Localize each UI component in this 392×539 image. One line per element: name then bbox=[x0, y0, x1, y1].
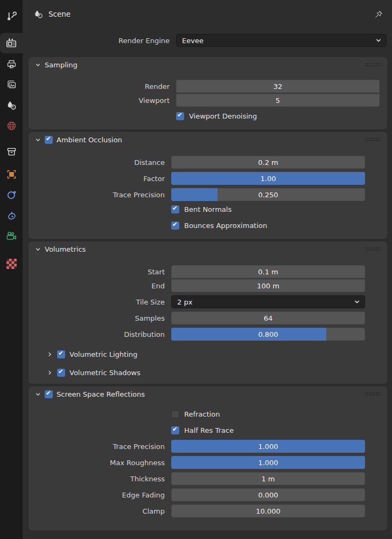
property-row: Samples 64 bbox=[29, 312, 387, 324]
panel-header-volumetrics[interactable]: Volumetrics bbox=[29, 241, 387, 257]
bounces-approximation-checkbox[interactable] bbox=[171, 222, 179, 230]
property-row: Distribution 0.800 bbox=[29, 328, 387, 341]
sidebar-item-texture-properties[interactable] bbox=[0, 253, 23, 274]
bent-normals-checkbox[interactable] bbox=[171, 205, 179, 213]
property-row: Trace Precision 0.250 bbox=[29, 188, 387, 201]
breadcrumb: Scene bbox=[23, 0, 392, 28]
movie-camera-icon bbox=[5, 230, 17, 242]
sidebar-item-view-layer-properties[interactable] bbox=[0, 74, 23, 95]
volumetrics-distribution-slider[interactable]: 0.800 bbox=[171, 328, 365, 341]
chevron-down-icon bbox=[35, 137, 41, 143]
panel-title: Sampling bbox=[45, 61, 78, 69]
grip-dots-icon[interactable] bbox=[365, 392, 381, 396]
render-engine-label: Render Engine bbox=[23, 37, 176, 45]
property-row: Tile Size 2 px bbox=[29, 295, 387, 308]
sidebar-item-camera-data-properties[interactable] bbox=[0, 226, 23, 246]
ssr-checkbox[interactable] bbox=[45, 390, 53, 398]
constraint-icon bbox=[6, 189, 17, 201]
field-label: Thickness bbox=[29, 475, 171, 483]
volumetrics-samples-field[interactable]: 64 bbox=[171, 312, 365, 324]
property-row: Thickness 1 m bbox=[29, 472, 387, 485]
tool-icon bbox=[6, 11, 17, 22]
render-engine-select[interactable]: Eevee bbox=[176, 34, 387, 47]
sidebar-item-physics-properties[interactable] bbox=[0, 205, 23, 226]
archive-box-icon bbox=[6, 146, 17, 157]
half-res-trace-checkbox[interactable] bbox=[171, 426, 179, 434]
volumetrics-end-field[interactable]: 100 m bbox=[171, 279, 365, 292]
grip-dots-icon[interactable] bbox=[365, 63, 381, 67]
sidebar-item-output-properties[interactable] bbox=[0, 54, 23, 74]
field-label: Max Roughness bbox=[29, 459, 171, 467]
render-engine-row: Render Engine Eevee bbox=[23, 34, 387, 47]
field-label: Edge Fading bbox=[29, 491, 171, 499]
property-row: Edge Fading 0.000 bbox=[29, 488, 387, 501]
property-row: Render 32 bbox=[29, 80, 387, 93]
panel-title: Screen Space Reflections bbox=[57, 390, 145, 398]
half-res-trace-row: Half Res Trace bbox=[171, 425, 387, 435]
properties-main-region: Scene Render Engine Eevee bbox=[23, 0, 392, 539]
field-label: Trace Precision bbox=[29, 191, 171, 199]
chevron-down-icon bbox=[35, 62, 41, 68]
sidebar-item-collection-properties[interactable] bbox=[0, 141, 23, 162]
render-camera-icon bbox=[5, 37, 17, 49]
tile-size-select[interactable]: 2 px bbox=[171, 295, 365, 308]
subpanel-volumetric-shadows[interactable]: Volumetric Shadows bbox=[29, 368, 387, 377]
field-label: Clamp bbox=[29, 507, 171, 515]
field-label: Render bbox=[29, 82, 176, 91]
ssr-edge-fading-field[interactable]: 0.000 bbox=[171, 488, 365, 501]
field-label: Factor bbox=[29, 175, 171, 183]
refraction-row: Refraction bbox=[171, 409, 387, 419]
volumetric-lighting-checkbox[interactable] bbox=[57, 350, 65, 358]
properties-tab-bar bbox=[0, 0, 23, 539]
field-label: Tile Size bbox=[29, 298, 171, 306]
field-label: Trace Precision bbox=[29, 443, 171, 451]
sidebar-item-world-properties[interactable] bbox=[0, 115, 23, 136]
pin-button[interactable] bbox=[374, 10, 383, 19]
panel-header-ambient-occlusion[interactable]: Ambient Occlusion bbox=[29, 132, 387, 147]
ao-trace-precision-slider[interactable]: 0.250 bbox=[171, 188, 365, 201]
property-row: Trace Precision 1.000 bbox=[29, 440, 387, 453]
render-samples-field[interactable]: 32 bbox=[176, 80, 380, 93]
slider-fill bbox=[171, 188, 218, 201]
ambient-occlusion-checkbox[interactable] bbox=[45, 136, 53, 144]
property-row: Factor 1.00 bbox=[29, 172, 387, 185]
field-label: Distribution bbox=[29, 330, 171, 338]
ao-distance-field[interactable]: 0.2 m bbox=[171, 156, 365, 169]
grip-dots-icon[interactable] bbox=[365, 137, 381, 142]
pin-icon bbox=[374, 10, 383, 19]
render-engine-value: Eevee bbox=[182, 37, 204, 45]
sidebar-item-scene-properties[interactable] bbox=[0, 95, 23, 115]
viewport-samples-field[interactable]: 5 bbox=[176, 94, 380, 107]
grip-dots-icon[interactable] bbox=[365, 247, 381, 251]
field-label: Distance bbox=[29, 158, 171, 167]
ssr-clamp-field[interactable]: 10.000 bbox=[171, 505, 365, 517]
viewport-denoising-checkbox[interactable] bbox=[176, 112, 184, 120]
panel-ambient-occlusion: Ambient Occlusion Distance 0.2 m Factor … bbox=[29, 132, 387, 239]
ssr-trace-precision-slider[interactable]: 1.000 bbox=[171, 440, 365, 453]
refraction-checkbox[interactable] bbox=[171, 410, 179, 418]
ssr-thickness-field[interactable]: 1 m bbox=[171, 472, 365, 485]
object-square-icon bbox=[6, 169, 17, 180]
volumetric-shadows-checkbox[interactable] bbox=[57, 369, 65, 377]
sidebar-item-render-properties[interactable] bbox=[0, 33, 23, 53]
sidebar-item-tool-properties[interactable] bbox=[0, 6, 23, 26]
sidebar-item-constraints-properties[interactable] bbox=[0, 184, 23, 205]
chevron-down-icon bbox=[35, 246, 41, 252]
breadcrumb-scene-label[interactable]: Scene bbox=[48, 10, 71, 18]
blender-properties-editor: { "colors": { "accent_blue": "#4874b7", … bbox=[0, 0, 392, 539]
checkerboard-icon bbox=[6, 259, 17, 269]
panel-header-screen-space-reflections[interactable]: Screen Space Reflections bbox=[29, 386, 387, 402]
property-row: Viewport 5 bbox=[29, 94, 387, 107]
field-label: Start bbox=[29, 268, 171, 276]
panel-sampling: Sampling Render 32 Viewport 5 Viewport D… bbox=[29, 57, 387, 129]
subpanel-volumetric-lighting[interactable]: Volumetric Lighting bbox=[29, 349, 387, 359]
property-row: Distance 0.2 m bbox=[29, 156, 387, 169]
chevron-down-icon bbox=[35, 391, 41, 397]
ao-factor-slider[interactable]: 1.00 bbox=[171, 172, 365, 185]
ssr-max-roughness-slider[interactable]: 1.000 bbox=[171, 456, 365, 469]
panel-header-sampling[interactable]: Sampling bbox=[29, 57, 387, 72]
bounces-approximation-row: Bounces Approximation bbox=[171, 220, 387, 230]
sidebar-item-object-properties[interactable] bbox=[0, 164, 23, 184]
field-label: End bbox=[29, 282, 171, 290]
volumetrics-start-field[interactable]: 0.1 m bbox=[171, 265, 365, 278]
